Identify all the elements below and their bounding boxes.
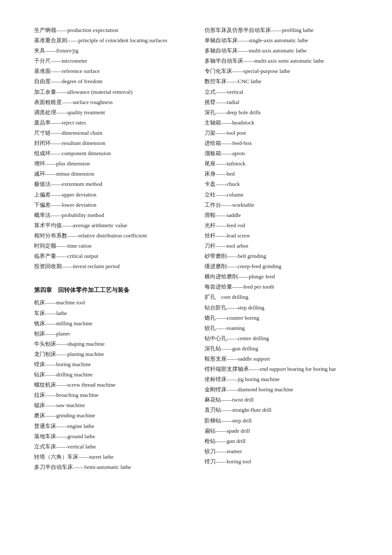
list-item: 上偏差——upper deviation <box>34 190 187 199</box>
list-item: 仿形车床及仿形半自动车床——profiling lathe <box>205 26 358 35</box>
list-item: 刨床——planer <box>34 329 187 338</box>
list-item: 基准面——reference surface <box>34 66 187 76</box>
list-item: 普通车床——engine lathe <box>34 422 187 431</box>
list-item: 阶梯钻——step drill <box>205 416 358 425</box>
list-item: 铣床——milling machine <box>34 319 187 328</box>
list-item: 机床——machine tool <box>34 298 187 307</box>
right-column: 仿形车床及仿形半自动车床——profiling lathe单轴自动车床——sin… <box>205 26 358 472</box>
list-item: 床身——bed <box>205 169 358 179</box>
list-item: 数控车床——CNC lathe <box>205 77 358 86</box>
list-item: 立式——vertical <box>205 87 358 97</box>
list-item: 主轴箱——headstock <box>205 118 358 127</box>
list-item: 临界产量——critical output <box>34 251 187 261</box>
list-item: 进给箱——feed-box <box>205 139 358 148</box>
list-item: 转塔（六角）车床——turret lathe <box>34 452 187 462</box>
list-item: 砂带磨削——belt grinding <box>205 251 358 261</box>
list-item: 直刃钻——straight-flute drill <box>205 405 358 415</box>
list-item: 深孔——deep hole drills <box>205 108 358 117</box>
list-item: 螺纹机床——screw thread machine <box>34 380 187 390</box>
list-item: 横向进给磨削——plunge feed <box>205 272 358 281</box>
list-item: 工作台——worktable <box>205 200 358 210</box>
list-item: 夹具——fixture/jig <box>34 46 187 55</box>
list-item: 落地车床——ground lathe <box>34 432 187 441</box>
list-item: 钻中心孔——center drilling <box>205 334 358 343</box>
list-item: 加工余量——allowance (material removal) <box>34 87 187 97</box>
left-column: 生产纲领——production expectation基准重合原则——prin… <box>34 26 187 472</box>
main-content: 生产纲领——production expectation基准重合原则——prin… <box>34 26 358 472</box>
list-item: 扩孔 core drilling <box>205 292 358 302</box>
list-item: 丝杆——lead screw <box>205 231 358 240</box>
list-item: 镗床——boring machine <box>34 360 187 369</box>
spacer <box>34 272 187 276</box>
list-item: 封闭环——resultant dimension <box>34 139 187 148</box>
list-item: 表面粗糙度——surface roughness <box>34 98 187 107</box>
list-item: 下偏差——lower deviation <box>34 200 187 210</box>
list-item: 龙门刨床——planing machine <box>34 350 187 359</box>
list-item: 投资回收期——invest reclaim period <box>34 262 187 271</box>
list-item: 车床——lathe <box>34 309 187 318</box>
list-item: 拉床——broaching machine <box>34 390 187 400</box>
list-item: 时间定额——time ration <box>34 241 187 251</box>
list-item: 相对分布系数——relative distribution coefficien… <box>34 231 187 240</box>
list-item: 专门化车床——special-purpose lathe <box>205 66 358 76</box>
list-item: 立柱——column <box>205 190 358 199</box>
list-item: 增环——plus dimension <box>34 159 187 168</box>
list-item: 立式车床——vertical lathe <box>34 442 187 451</box>
list-item: 每齿进给量——feed per tooth <box>205 282 358 292</box>
list-item: 组成环——component dimension <box>34 149 187 158</box>
list-item: 钻床——drilling machine <box>34 370 187 379</box>
list-item: 尾座——tailstock <box>205 159 358 168</box>
list-item: 鞍形支座——saddle support <box>205 354 358 364</box>
list-item: 多轴半自动车床——multi-axis semi automatic lathe <box>205 56 358 66</box>
list-item: 算术平均值——average arithmetic value <box>34 221 187 230</box>
list-item: 枪钻——gun drill <box>205 436 358 446</box>
list-item: 摇臂——radial <box>205 98 358 107</box>
list-item: 单轴自动车床——single-axis automatic lathe <box>205 36 358 45</box>
list-item: 废品率——reject rates <box>34 118 187 127</box>
list-item: 尺寸链——dimensional chain <box>34 128 187 138</box>
list-item: 自由度——degree of freedom <box>34 77 187 86</box>
list-item: 多轴自动车床——multi-axis automatic lathe <box>205 46 358 55</box>
list-item: 基准重合原则——principle of coincident locating… <box>34 36 187 45</box>
list-item: 坐标镗床——jig boring machine <box>205 375 358 384</box>
list-item: 镗杆端部支撑轴承——end support bearing for boring… <box>205 364 358 374</box>
list-item: 锪孔——counter boring <box>205 313 358 323</box>
list-item: 刀架——tool post <box>205 128 358 138</box>
list-item: 缓进磨削——creep-feed grinding <box>205 262 358 271</box>
list-item: 卡盘——chuck <box>205 179 358 189</box>
list-item: 金刚镗床——diamond boring machine <box>205 385 358 394</box>
list-item: 生产纲领——production expectation <box>34 26 187 35</box>
list-item: 调质处理——quality treatment <box>34 108 187 117</box>
list-item: 麻花钻——twist drill <box>205 395 358 405</box>
list-item: 多刀半自动车床——Semi-automatic lathe <box>34 462 187 472</box>
list-item: 磨床——grinding machine <box>34 411 187 420</box>
list-item: 概率法——probability method <box>34 211 187 220</box>
list-item: 铰刀——reamer <box>205 447 358 456</box>
list-item: 滑鞍——saddle <box>205 211 358 220</box>
list-item: 钻台阶孔——step drilling <box>205 303 358 312</box>
list-item: 溜板箱——apron <box>205 149 358 158</box>
list-item: 镗刀——boring tool <box>205 457 358 466</box>
list-item: 扁钻——spade drill <box>205 426 358 436</box>
list-item: 深孔钻——gun drilling <box>205 344 358 353</box>
list-item: 刀杆——tool arbor <box>205 241 358 251</box>
list-item: 铰孔——reaming <box>205 324 358 333</box>
list-item: 减环——minus dimension <box>34 169 187 179</box>
list-item: 光杆——feed rod <box>205 221 358 230</box>
list-item: 千分尺——micrometer <box>34 56 187 66</box>
list-item: 极值法——extremum method <box>34 179 187 189</box>
list-item: 锯床——saw machine <box>34 401 187 410</box>
list-item: 牛头刨床——shaping machine <box>34 339 187 349</box>
chapter-heading: 第四章 回转体零件加工工艺与装备 <box>34 285 187 295</box>
